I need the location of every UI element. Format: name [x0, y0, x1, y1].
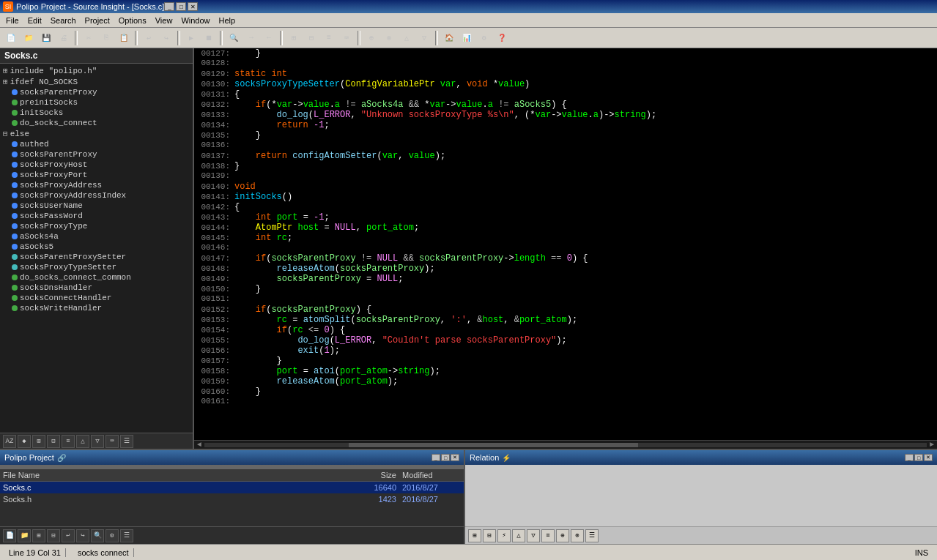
tb3[interactable]: 🖨: [56, 30, 72, 46]
rel-tb2[interactable]: ⊟: [483, 529, 496, 542]
project-files-list[interactable]: Socks.c 16640 2016/8/27 Socks.h 1423 201…: [0, 482, 464, 526]
tb-extra10[interactable]: 📊: [459, 30, 475, 46]
menu-help[interactable]: Help: [215, 15, 240, 26]
save-button[interactable]: 💾: [38, 30, 54, 46]
menu-view[interactable]: View: [151, 15, 177, 26]
tree-item-socksconnecthandler[interactable]: socksConnectHandler: [0, 293, 193, 303]
rel-tb1[interactable]: ⊞: [468, 529, 481, 542]
tree-item-include[interactable]: ⊞ include "polipo.h": [0, 65, 193, 76]
tree-item-asocks5[interactable]: aSocks5: [0, 242, 193, 252]
rel-tb3[interactable]: ⚡: [497, 529, 511, 542]
proj-tb7[interactable]: 🔍: [91, 529, 104, 542]
tree-item-socksproxytype-setter[interactable]: socksProxyTypeSetter: [0, 262, 193, 272]
project-file-socks-c[interactable]: Socks.c 16640 2016/8/27: [0, 482, 464, 493]
tree-item-do-socks-connect-common[interactable]: do_socks_connect_common: [0, 272, 193, 283]
keyboard-button[interactable]: ⌨: [105, 435, 119, 448]
rel-tb5[interactable]: ▽: [527, 529, 540, 542]
tree-item-socksproxyaddress[interactable]: socksProxyAddress: [0, 180, 193, 190]
tb-extra5[interactable]: ⊕: [363, 30, 379, 46]
scroll-left-arrow[interactable]: ◄: [197, 441, 201, 449]
tree-item-ifdef[interactable]: ⊞ ifdef NO_SOCKS: [0, 76, 193, 87]
minimize-button[interactable]: _: [164, 2, 174, 11]
close-button[interactable]: ✕: [188, 2, 198, 11]
next-button[interactable]: →: [243, 30, 259, 46]
menu-project[interactable]: Project: [81, 15, 114, 26]
rel-tb8[interactable]: ⊗: [571, 529, 584, 542]
diamond-button[interactable]: ◆: [18, 435, 31, 448]
tb-extra6[interactable]: ⊗: [381, 30, 397, 46]
tb-extra4[interactable]: ⌨: [338, 30, 355, 46]
horizontal-scrollbar[interactable]: ◄ ►: [194, 440, 937, 449]
undo-button[interactable]: ↩: [141, 30, 157, 46]
maximize-button[interactable]: □: [176, 2, 186, 11]
redo-button[interactable]: ↪: [158, 30, 174, 46]
list-button[interactable]: ≡: [62, 435, 75, 448]
paste-button[interactable]: 📋: [116, 30, 132, 46]
proj-new-button[interactable]: 📄: [3, 529, 16, 542]
copy-button[interactable]: ⎘: [98, 30, 114, 46]
tree-item-sockswritehandler[interactable]: socksWriteHandler: [0, 303, 193, 313]
tree-item-sockspassword[interactable]: socksPassWord: [0, 211, 193, 221]
tree-item-socksparentproxy2[interactable]: socksParentProxy: [0, 149, 193, 160]
tree-item-else[interactable]: ⊟ else: [0, 128, 193, 139]
tree-item-socksproxytype[interactable]: socksProxyType: [0, 221, 193, 231]
tb-extra9[interactable]: 🏠: [441, 30, 457, 46]
file-tree[interactable]: ⊞ include "polipo.h" ⊞ ifdef NO_SOCKS so…: [0, 64, 193, 433]
project-panel-maximize[interactable]: □: [441, 454, 450, 461]
rel-tb6[interactable]: ≡: [541, 529, 555, 542]
code-editor[interactable]: 00127: } 00128: 00129: static int 00130:…: [194, 48, 937, 449]
menu-edit[interactable]: Edit: [23, 15, 46, 26]
tree-item-initsocks[interactable]: initSocks: [0, 108, 193, 118]
rel-tb9[interactable]: ☰: [585, 529, 599, 542]
tb-extra7[interactable]: △: [399, 30, 415, 46]
menu-file[interactable]: File: [1, 15, 23, 26]
collapse-all-button[interactable]: ⊟: [47, 435, 60, 448]
tree-item-do-socks-connect[interactable]: do_socks_connect: [0, 118, 193, 128]
tree-item-asocks4a[interactable]: aSocks4a: [0, 231, 193, 242]
cut-button[interactable]: ✂: [81, 30, 97, 46]
stop-button[interactable]: ⏹: [201, 30, 217, 46]
search-button[interactable]: 🔍: [226, 30, 242, 46]
menu-options[interactable]: Options: [114, 15, 151, 26]
tb-extra3[interactable]: ≡: [321, 30, 337, 46]
tree-item-authed[interactable]: authed: [0, 139, 193, 149]
open-file-button[interactable]: 📁: [21, 30, 37, 46]
tree-item-preinitsocks[interactable]: preinitSocks: [0, 97, 193, 108]
tree-item-socksproxyaddressindex[interactable]: socksProxyAddressIndex: [0, 190, 193, 201]
relation-panel-close[interactable]: ✕: [924, 454, 933, 461]
menu-window[interactable]: Window: [177, 15, 214, 26]
tb-extra1[interactable]: ⊞: [286, 30, 302, 46]
tree-item-socksdnshandler[interactable]: socksDnsHandler: [0, 283, 193, 293]
build-button[interactable]: ▶: [183, 30, 199, 46]
tree-item-socksproxyport[interactable]: socksProxyPort: [0, 170, 193, 180]
rel-tb4[interactable]: △: [512, 529, 525, 542]
expand-all-button[interactable]: ⊞: [32, 435, 45, 448]
relation-panel-maximize[interactable]: □: [914, 454, 923, 461]
rel-tb7[interactable]: ⊕: [556, 529, 569, 542]
tb-extra2[interactable]: ⊟: [303, 30, 319, 46]
proj-tb4[interactable]: ⊟: [47, 529, 60, 542]
tree-item-socksproxyhost[interactable]: socksProxyHost: [0, 160, 193, 170]
relation-panel-minimize[interactable]: _: [905, 454, 914, 461]
proj-tb5[interactable]: ↩: [62, 529, 75, 542]
tree-item-socksparentproxy1[interactable]: socksParentProxy: [0, 87, 193, 97]
project-panel-minimize[interactable]: _: [432, 454, 440, 461]
project-scrollbar-top[interactable]: [0, 465, 464, 469]
menu-button[interactable]: ☰: [120, 435, 133, 448]
up-button[interactable]: △: [76, 435, 89, 448]
down-button[interactable]: ▽: [91, 435, 104, 448]
tb-extra8[interactable]: ▽: [416, 30, 432, 46]
proj-tb6[interactable]: ↪: [76, 529, 89, 542]
proj-open-button[interactable]: 📁: [18, 529, 31, 542]
tree-item-socksparentproxysetter[interactable]: socksParentProxySetter: [0, 252, 193, 262]
proj-tb9[interactable]: ☰: [120, 529, 133, 542]
scroll-right-arrow[interactable]: ►: [930, 441, 934, 449]
tb-extra12[interactable]: ❓: [494, 30, 510, 46]
menu-search[interactable]: Search: [46, 15, 81, 26]
prev-button[interactable]: ←: [261, 30, 277, 46]
project-file-socks-h[interactable]: Socks.h 1423 2016/8/27: [0, 493, 464, 505]
code-content[interactable]: 00127: } 00128: 00129: static int 00130:…: [194, 48, 937, 440]
az-sort-button[interactable]: AZ: [3, 435, 16, 448]
tree-item-socksusername[interactable]: socksUserName: [0, 201, 193, 211]
tb-extra11[interactable]: ⚙: [476, 30, 492, 46]
